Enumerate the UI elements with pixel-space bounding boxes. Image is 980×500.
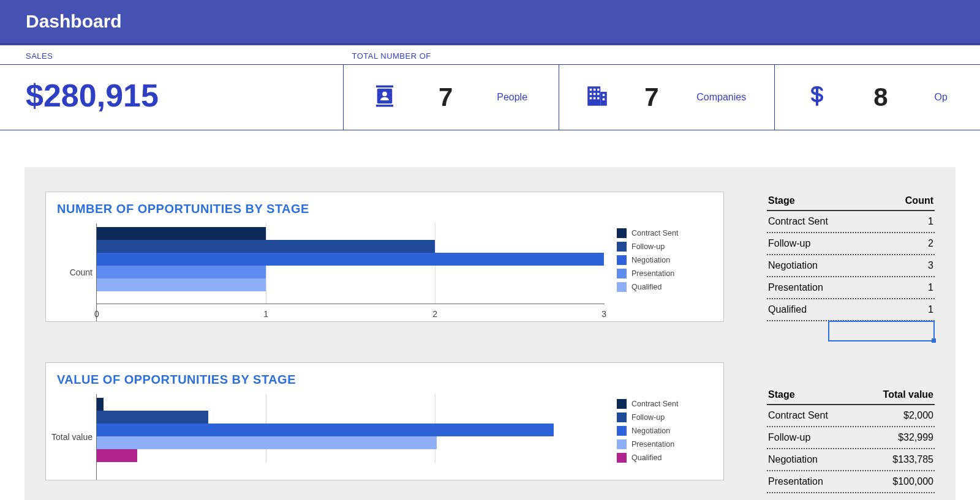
chart2-legend-2: Negotiation bbox=[631, 427, 670, 435]
chart1-legend-1: Follow-up bbox=[631, 242, 665, 251]
svg-rect-14 bbox=[597, 97, 600, 100]
bar-presentation bbox=[97, 266, 266, 278]
table-row: Negotiation$133,785 bbox=[767, 449, 935, 471]
person-icon bbox=[366, 83, 403, 111]
svg-rect-1 bbox=[376, 105, 393, 107]
metric-people[interactable]: 7 People bbox=[343, 65, 559, 130]
svg-rect-9 bbox=[590, 93, 592, 95]
chart2-legend-4: Qualified bbox=[631, 453, 662, 462]
svg-rect-6 bbox=[590, 89, 592, 91]
metric-opportunities-label: Op bbox=[926, 92, 956, 103]
metric-companies-label: Companies bbox=[688, 92, 755, 103]
selected-cell[interactable] bbox=[828, 321, 935, 341]
dollar-icon bbox=[799, 84, 835, 110]
table2-head-stage: Stage bbox=[768, 389, 795, 400]
summary-section: SALES TOTAL NUMBER OF $280,915 7 People … bbox=[0, 45, 980, 130]
metric-opportunities-value: 8 bbox=[861, 83, 900, 112]
svg-rect-0 bbox=[376, 86, 393, 88]
svg-rect-10 bbox=[594, 93, 596, 95]
building-icon bbox=[579, 83, 616, 111]
bar2-qualified bbox=[97, 449, 137, 462]
chart1-title: NUMBER OF OPPORTUNITIES BY STAGE bbox=[46, 192, 723, 223]
metric-people-value: 7 bbox=[426, 83, 465, 112]
table1-head-count: Count bbox=[905, 195, 933, 206]
table-row: Follow-up2 bbox=[767, 233, 935, 255]
svg-rect-13 bbox=[594, 97, 596, 100]
chart1-legend-4: Qualified bbox=[631, 283, 662, 291]
chart-opportunities-by-stage-value: VALUE OF OPPORTUNITIES BY STAGE Total va… bbox=[45, 362, 724, 480]
bar2-contract-sent bbox=[97, 398, 104, 411]
chart1-legend-3: Presentation bbox=[631, 269, 674, 278]
bar2-presentation bbox=[97, 436, 437, 449]
svg-rect-15 bbox=[603, 94, 605, 97]
svg-rect-11 bbox=[597, 93, 600, 95]
bar-qualified bbox=[97, 278, 266, 291]
svg-rect-7 bbox=[594, 89, 596, 91]
sales-label: SALES bbox=[26, 51, 53, 61]
chart2-legend: Contract Sent Follow-up Negotiation Pres… bbox=[605, 394, 723, 480]
table-row: Contract Sent$2,000 bbox=[767, 405, 935, 427]
table-value-by-stage[interactable]: Stage Total value Contract Sent$2,000 Fo… bbox=[767, 386, 935, 493]
metric-opportunities[interactable]: 8 Op bbox=[774, 65, 980, 130]
table-count-by-stage[interactable]: Stage Count Contract Sent1 Follow-up2 Ne… bbox=[767, 192, 935, 341]
svg-point-3 bbox=[382, 92, 387, 97]
page-title: Dashboard bbox=[26, 11, 122, 31]
bar-contract-sent bbox=[97, 227, 266, 240]
table-row: Qualified1 bbox=[767, 299, 935, 321]
chart1-legend: Contract Sent Follow-up Negotiation Pres… bbox=[605, 223, 723, 321]
chart1-plot[interactable]: 0 1 2 3 bbox=[96, 223, 605, 321]
dashboard-body: NUMBER OF OPPORTUNITIES BY STAGE Count 0… bbox=[24, 167, 956, 500]
table-row: Follow-up$32,999 bbox=[767, 427, 935, 449]
svg-rect-8 bbox=[597, 89, 600, 91]
bar2-follow-up bbox=[97, 411, 208, 424]
chart1-legend-0: Contract Sent bbox=[631, 229, 678, 237]
bar-negotiation bbox=[97, 253, 604, 266]
bar-follow-up bbox=[97, 240, 435, 253]
svg-rect-16 bbox=[603, 99, 605, 101]
svg-rect-12 bbox=[590, 97, 592, 100]
table-row: Presentation$100,000 bbox=[767, 471, 935, 493]
table-row: Negotiation3 bbox=[767, 255, 935, 277]
chart1-xtick-2: 2 bbox=[432, 309, 437, 319]
table-row: Contract Sent1 bbox=[767, 211, 935, 233]
chart1-xtick-1: 1 bbox=[263, 309, 268, 319]
chart2-plot[interactable] bbox=[96, 394, 605, 480]
metric-people-label: People bbox=[488, 92, 536, 103]
chart2-ylabel: Total value bbox=[51, 432, 92, 442]
chart1-xtick-0: 0 bbox=[94, 309, 99, 319]
page-header: Dashboard bbox=[0, 0, 980, 45]
total-number-label: TOTAL NUMBER OF bbox=[352, 51, 431, 61]
metric-companies-value: 7 bbox=[632, 83, 671, 112]
bar2-negotiation bbox=[97, 424, 554, 436]
chart1-ylabel: Count bbox=[70, 267, 92, 277]
metric-companies[interactable]: 7 Companies bbox=[559, 65, 774, 130]
chart2-title: VALUE OF OPPORTUNITIES BY STAGE bbox=[46, 363, 723, 394]
sales-value: $280,915 bbox=[0, 65, 343, 130]
chart2-legend-3: Presentation bbox=[631, 440, 674, 449]
chart1-legend-2: Negotiation bbox=[631, 256, 670, 264]
chart2-legend-0: Contract Sent bbox=[631, 400, 678, 408]
table1-head-stage: Stage bbox=[768, 195, 795, 206]
table2-head-value: Total value bbox=[883, 389, 933, 400]
chart1-xtick-3: 3 bbox=[601, 309, 606, 319]
table-row: Presentation1 bbox=[767, 277, 935, 299]
chart-opportunities-by-stage-count: NUMBER OF OPPORTUNITIES BY STAGE Count 0… bbox=[45, 192, 724, 322]
chart2-legend-1: Follow-up bbox=[631, 413, 665, 422]
